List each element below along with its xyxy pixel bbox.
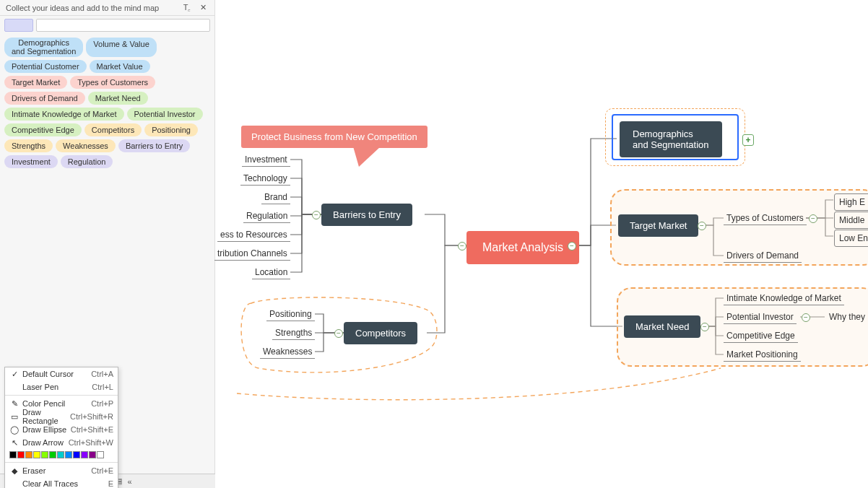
leaf-need[interactable]: Market Positioning: [724, 348, 801, 362]
menu-item-shortcut: Ctrl+P: [91, 399, 113, 408]
menu-item-icon: ✓: [9, 370, 19, 379]
drawing-tools-menu[interactable]: ✓Default CursorCtrl+ALaser PenCtrl+L✎Col…: [4, 367, 118, 488]
collapse-toggle[interactable]: −: [698, 222, 706, 230]
leaf-barrier[interactable]: Brand: [261, 191, 290, 204]
collapse-toggle[interactable]: −: [312, 211, 321, 219]
color-swatch[interactable]: [49, 451, 56, 458]
menu-item[interactable]: ◯Draw EllipseCtrl+Shift+E: [5, 423, 118, 436]
color-swatch[interactable]: [73, 451, 80, 458]
node-barriers[interactable]: Barriers to Entry: [321, 204, 412, 226]
collapse-toggle[interactable]: −: [458, 242, 466, 250]
leaf-drivers-demand[interactable]: Drivers of Demand: [724, 249, 802, 263]
idea-tag[interactable]: Intimate Knowledge of Market: [4, 108, 124, 121]
menu-item[interactable]: Laser PenCtrl+L: [5, 380, 118, 393]
idea-tag[interactable]: Weaknesses: [56, 139, 116, 152]
leaf-need[interactable]: Intimate Knowledge of Market: [724, 292, 844, 305]
idea-tag[interactable]: Market Need: [88, 92, 148, 105]
menu-item-icon: ▭: [9, 412, 19, 422]
menu-item-label: Clear All Traces: [19, 479, 108, 488]
leaf-types-customers[interactable]: Types of Customers: [724, 212, 807, 225]
color-swatch[interactable]: [81, 451, 88, 458]
collapse-toggle[interactable]: −: [700, 323, 709, 331]
menu-item-icon: ◆: [9, 466, 19, 476]
node-demographics[interactable]: Demographics and Segmentation: [620, 121, 722, 157]
leaf-barrier[interactable]: Regulation: [243, 209, 290, 223]
leaf-tier[interactable]: Middle: [834, 212, 868, 229]
idea-tag[interactable]: Positioning: [144, 123, 198, 136]
color-swatch[interactable]: [25, 451, 32, 458]
color-swatch[interactable]: [17, 451, 25, 458]
leaf-need[interactable]: Potential Investor: [724, 310, 797, 324]
idea-tag[interactable]: Regulation: [61, 155, 113, 168]
idea-tag[interactable]: Potential Investor: [127, 108, 203, 121]
idea-tag[interactable]: Competitive Edge: [4, 123, 82, 136]
color-swatches[interactable]: [5, 449, 118, 461]
menu-item-label: Draw Rectangle: [19, 408, 70, 425]
leaf-tier[interactable]: Low En: [834, 230, 868, 247]
menu-item[interactable]: ▭Draw RectangleCtrl+Shift+R: [5, 410, 118, 423]
idea-tag[interactable]: Barriers to Entry: [118, 139, 190, 152]
leaf-barrier[interactable]: Location: [252, 266, 290, 279]
node-competitors[interactable]: Competitors: [344, 322, 417, 344]
idea-tag[interactable]: Strengths: [4, 139, 53, 152]
idea-tag[interactable]: Target Market: [4, 76, 67, 89]
text-style-icon[interactable]: T꜀: [181, 2, 193, 14]
leaf-barrier[interactable]: ess to Resources: [217, 228, 290, 242]
color-swatch[interactable]: [65, 451, 72, 458]
idea-input[interactable]: [36, 19, 210, 32]
leaf-need[interactable]: Competitive Edge: [724, 329, 798, 343]
menu-item[interactable]: Clear All TracesE: [5, 477, 118, 488]
mindmap-canvas[interactable]: Protect Business from New Competition Ma…: [215, 0, 868, 488]
menu-item-shortcut: Ctrl+A: [91, 370, 113, 378]
menu-item[interactable]: ↖Draw ArrowCtrl+Shift+W: [5, 436, 118, 449]
leaf-tier[interactable]: High E: [834, 193, 868, 211]
collapse-toggle[interactable]: −: [568, 242, 576, 250]
add-child-button[interactable]: +: [742, 134, 754, 146]
leaf-barrier[interactable]: tribution Channels: [214, 247, 290, 261]
close-icon[interactable]: ✕: [197, 2, 209, 14]
idea-tag[interactable]: Types of Customers: [70, 76, 155, 89]
color-swatch[interactable]: [41, 451, 48, 458]
leaf-why[interactable]: Why they: [826, 310, 868, 323]
color-swatch[interactable]: [97, 451, 104, 458]
leaf-competitor[interactable]: Positioning: [266, 308, 315, 321]
menu-item-label: Draw Arrow: [19, 438, 69, 447]
panel-title: Collect your ideas and add to the mind m…: [6, 4, 177, 12]
leaf-competitor[interactable]: Strengths: [272, 326, 315, 340]
menu-item-shortcut: Ctrl+Shift+W: [69, 438, 113, 447]
node-target-market[interactable]: Target Market: [618, 214, 698, 237]
leaf-barrier[interactable]: Investment: [242, 153, 290, 167]
menu-item[interactable]: ✓Default CursorCtrl+A: [5, 367, 118, 380]
panel-header: Collect your ideas and add to the mind m…: [0, 0, 214, 16]
idea-tag[interactable]: Competitors: [84, 123, 142, 136]
idea-tag[interactable]: Potential Customer: [4, 60, 87, 73]
idea-tag[interactable]: Investment: [4, 155, 58, 168]
color-input[interactable]: [4, 19, 33, 32]
idea-tag[interactable]: Drivers of Demand: [4, 92, 85, 105]
menu-item-label: Laser Pen: [19, 383, 92, 391]
menu-item[interactable]: ◆EraserCtrl+E: [5, 464, 118, 477]
idea-tag[interactable]: Market Value: [90, 60, 150, 73]
color-swatch[interactable]: [89, 451, 96, 458]
menu-item-label: Draw Ellipse: [19, 425, 71, 434]
color-swatch[interactable]: [57, 451, 64, 458]
collapse-toggle[interactable]: −: [334, 329, 343, 338]
collapse-toggle[interactable]: −: [802, 313, 810, 322]
node-market-need[interactable]: Market Need: [624, 315, 700, 338]
collapse-toggle[interactable]: −: [809, 214, 817, 223]
panel-input-row: [0, 16, 214, 35]
node-root[interactable]: Market Analysis: [466, 231, 579, 264]
collapse-icon[interactable]: «: [128, 477, 132, 486]
idea-tag[interactable]: Demographicsand Segmentation: [4, 38, 83, 57]
menu-item-icon: ✎: [9, 399, 19, 409]
idea-tags: Demographicsand SegmentationVolume & Val…: [0, 35, 214, 171]
color-swatch[interactable]: [9, 451, 17, 458]
leaf-barrier[interactable]: Technology: [240, 172, 290, 186]
color-swatch[interactable]: [33, 451, 40, 458]
menu-item-label: Color Pencil: [19, 399, 91, 408]
menu-item-shortcut: Ctrl+E: [91, 466, 113, 475]
idea-tag[interactable]: Volume & Value: [86, 38, 156, 57]
callout-bubble[interactable]: Protect Business from New Competition: [241, 126, 428, 148]
menu-item-icon: ↖: [9, 438, 19, 448]
leaf-competitor[interactable]: Weaknesses: [260, 345, 315, 359]
